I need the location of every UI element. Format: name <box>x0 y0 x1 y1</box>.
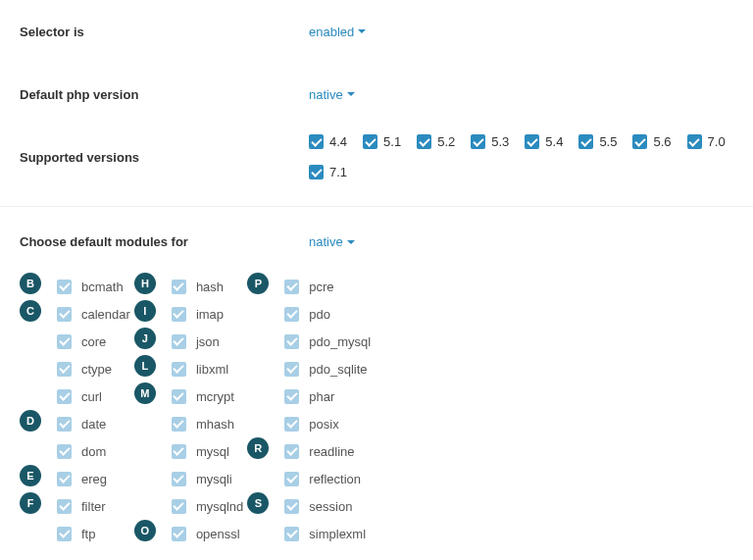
letter-badge: M <box>134 382 156 404</box>
module-label: session <box>309 499 352 514</box>
selector-value: enabled <box>309 25 354 39</box>
caret-down-icon <box>347 92 355 96</box>
module-checkbox[interactable] <box>172 527 186 541</box>
version-checkbox[interactable] <box>632 134 647 149</box>
module-label: ereg <box>81 472 107 486</box>
module-checkbox[interactable] <box>57 472 72 486</box>
module-checkbox[interactable] <box>172 389 186 404</box>
module-checkbox[interactable] <box>57 362 72 377</box>
module-checkbox[interactable] <box>284 417 299 432</box>
module-checkbox[interactable] <box>284 280 299 294</box>
caret-down-icon <box>347 240 355 244</box>
letter-badge: B <box>20 273 41 294</box>
caret-down-icon <box>358 29 366 33</box>
module-label: filter <box>81 499 106 514</box>
module-checkbox[interactable] <box>57 527 72 541</box>
module-checkbox[interactable] <box>57 280 72 294</box>
modules-version-dropdown[interactable]: native <box>309 234 355 249</box>
default-php-dropdown[interactable]: native <box>309 87 355 102</box>
module-checkbox[interactable] <box>284 472 299 486</box>
module-label: phar <box>309 389 334 404</box>
module-checkbox[interactable] <box>57 334 72 349</box>
module-label: ctype <box>81 362 112 377</box>
module-label: json <box>196 334 220 349</box>
module-checkbox[interactable] <box>284 334 299 349</box>
module-label: readline <box>309 444 354 459</box>
module-label: mysqli <box>196 472 232 486</box>
module-checkbox[interactable] <box>284 527 299 541</box>
version-label: 5.3 <box>491 134 509 149</box>
supported-label: Supported versions <box>20 150 309 165</box>
module-label: reflection <box>309 472 361 486</box>
module-label: imap <box>196 307 224 322</box>
version-checkbox[interactable] <box>525 134 539 149</box>
module-checkbox[interactable] <box>57 499 72 514</box>
module-checkbox[interactable] <box>284 389 299 404</box>
module-checkbox[interactable] <box>172 334 186 349</box>
module-checkbox[interactable] <box>172 499 186 514</box>
version-label: 5.2 <box>437 134 455 149</box>
version-checkbox[interactable] <box>309 134 324 149</box>
version-label: 7.1 <box>329 165 347 179</box>
version-checkbox[interactable] <box>417 134 431 149</box>
letter-badge: H <box>134 273 156 294</box>
version-checkbox[interactable] <box>687 134 702 149</box>
letter-badge: E <box>20 465 41 486</box>
version-checkbox[interactable] <box>471 134 485 149</box>
version-checkbox[interactable] <box>309 165 324 179</box>
module-checkbox[interactable] <box>57 307 72 322</box>
module-label: mysqlnd <box>196 499 243 514</box>
default-php-value: native <box>309 87 343 102</box>
module-checkbox[interactable] <box>172 362 186 377</box>
modules-header-label: Choose default modules for <box>20 234 309 249</box>
letter-badge: J <box>134 328 156 349</box>
module-checkbox[interactable] <box>172 417 186 432</box>
module-label: calendar <box>81 307 130 322</box>
module-checkbox[interactable] <box>57 417 72 432</box>
version-checkbox[interactable] <box>363 134 377 149</box>
module-label: posix <box>309 417 338 432</box>
module-checkbox[interactable] <box>57 389 72 404</box>
letter-badge: I <box>134 300 156 322</box>
module-checkbox[interactable] <box>172 444 186 459</box>
module-checkbox[interactable] <box>284 499 299 514</box>
version-checkbox[interactable] <box>578 134 593 149</box>
module-label: pdo_sqlite <box>309 362 367 377</box>
module-label: ftp <box>81 527 95 541</box>
letter-badge: F <box>20 492 41 514</box>
module-checkbox[interactable] <box>284 444 299 459</box>
letter-badge: P <box>247 273 269 294</box>
modules-version-value: native <box>309 234 343 249</box>
divider <box>0 206 753 207</box>
module-checkbox[interactable] <box>284 307 299 322</box>
version-label: 4.4 <box>329 134 347 149</box>
module-checkbox[interactable] <box>172 472 186 486</box>
version-label: 5.6 <box>653 134 671 149</box>
module-label: mysql <box>196 444 229 459</box>
module-label: pcre <box>309 280 333 294</box>
module-label: hash <box>196 280 224 294</box>
letter-badge: C <box>20 300 41 322</box>
module-checkbox[interactable] <box>57 444 72 459</box>
letter-badge: S <box>247 492 269 514</box>
module-label: core <box>81 334 106 349</box>
module-label: pdo <box>309 307 330 322</box>
module-checkbox[interactable] <box>172 307 186 322</box>
module-label: dom <box>81 444 106 459</box>
letter-badge: L <box>134 355 156 377</box>
default-php-label: Default php version <box>20 87 309 102</box>
module-checkbox[interactable] <box>284 362 299 377</box>
selector-dropdown[interactable]: enabled <box>309 25 366 39</box>
module-checkbox[interactable] <box>172 280 186 294</box>
module-label: mhash <box>196 417 234 432</box>
letter-badge: D <box>20 410 41 432</box>
version-label: 5.5 <box>599 134 617 149</box>
version-label: 7.0 <box>708 134 726 149</box>
version-label: 5.1 <box>383 134 401 149</box>
module-label: curl <box>81 389 102 404</box>
module-label: pdo_mysql <box>309 334 371 349</box>
letter-badge: R <box>247 437 269 459</box>
version-label: 5.4 <box>545 134 563 149</box>
letter-badge: O <box>134 520 156 541</box>
module-label: libxml <box>196 362 228 377</box>
